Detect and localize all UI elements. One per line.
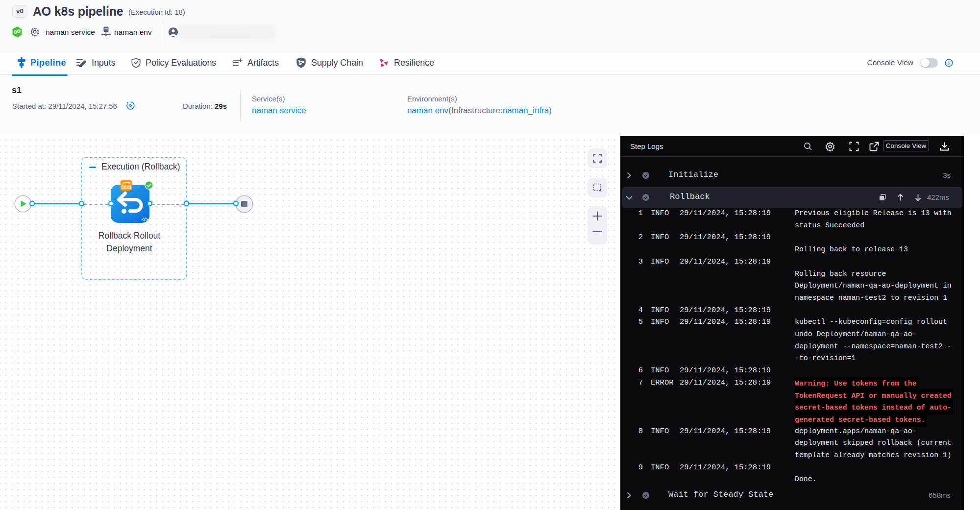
svg-text:</>: </> (142, 217, 148, 222)
